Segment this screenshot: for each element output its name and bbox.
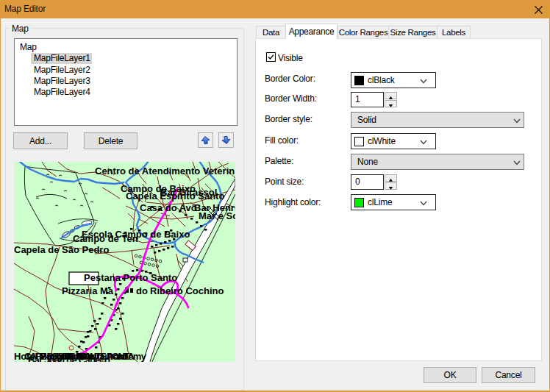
svg-text:Pestana Porto Santo: Pestana Porto Santo <box>84 272 177 283</box>
svg-text:Casa do Avô: Casa do Avô <box>140 202 197 213</box>
svg-text:Pizzaria Ma: Pizzaria Ma <box>62 285 114 296</box>
svg-text:Mar e So: Mar e So <box>199 210 235 221</box>
svg-text:Capela Espírito Santo: Capela Espírito Santo <box>126 190 224 202</box>
svg-text:Bar Joau de Cabeco: Bar Joau de Cabeco <box>28 354 110 362</box>
svg-text:Capela de São Pedro: Capela de São Pedro <box>14 244 109 255</box>
svg-text:Centro de Atendimento Veterin: Centro de Atendimento Veterin <box>95 165 235 177</box>
svg-text:Ribeiro Cochino: Ribeiro Cochino <box>150 285 224 296</box>
svg-text:do: do <box>136 285 148 296</box>
svg-text:Campo de Ten: Campo de Ten <box>73 233 138 244</box>
